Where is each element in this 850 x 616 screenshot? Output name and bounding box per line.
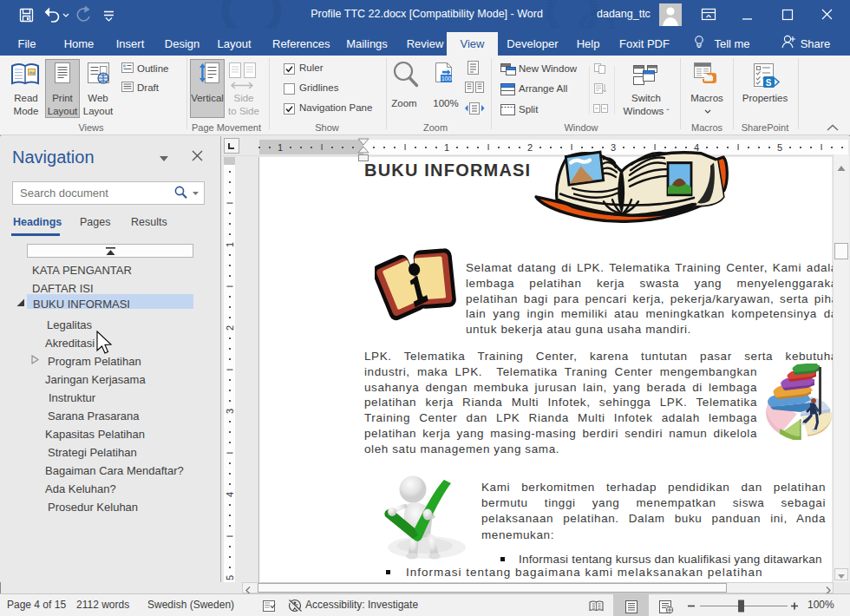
svg-text:1: 1 — [225, 242, 235, 247]
svg-text:2: 2 — [225, 325, 235, 331]
svg-text:3: 3 — [225, 409, 235, 414]
svg-text:1: 1 — [444, 142, 449, 153]
svg-text:5: 5 — [225, 575, 235, 580]
svg-text:100: 100 — [441, 75, 452, 82]
svg-text:4: 4 — [225, 492, 235, 497]
svg-text:S: S — [766, 78, 772, 88]
svg-text:1: 1 — [278, 142, 283, 153]
svg-text:5: 5 — [777, 142, 782, 153]
